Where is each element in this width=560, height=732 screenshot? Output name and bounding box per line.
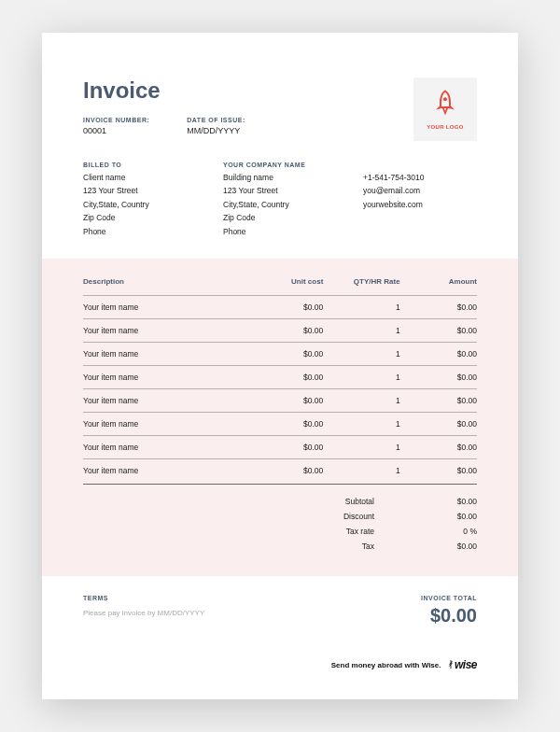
- item-row: Your item name$0.001$0.00: [83, 412, 477, 435]
- brand-logo: ᚯwise: [448, 658, 477, 671]
- total-label: Discount: [83, 512, 430, 521]
- cell-qty: 1: [323, 466, 399, 475]
- terms-block: TERMS Please pay invoice by MM/DD/YYYY: [83, 595, 204, 617]
- invoice-number-value: 00001: [83, 126, 149, 135]
- cell-description: Your item name: [83, 396, 246, 405]
- billed-to-block: BILLED TO Client name123 Your StreetCity…: [83, 162, 186, 238]
- address-line: Zip Code: [83, 211, 186, 224]
- address-line: Phone: [83, 225, 186, 238]
- invoice-total-label: INVOICE TOTAL: [421, 595, 477, 601]
- address-line: Client name: [83, 171, 186, 184]
- cell-qty: 1: [323, 373, 399, 382]
- invoice-number-block: INVOICE NUMBER: 00001: [83, 117, 149, 135]
- items-header: Description Unit cost QTY/HR Rate Amount: [83, 277, 477, 295]
- items-divider: [83, 484, 477, 485]
- issue-date-label: DATE OF ISSUE:: [187, 117, 245, 123]
- cell-qty: 1: [323, 303, 399, 312]
- item-row: Your item name$0.001$0.00: [83, 388, 477, 412]
- item-row: Your item name$0.001$0.00: [83, 458, 477, 482]
- invoice-sheet: Invoice INVOICE NUMBER: 00001 DATE OF IS…: [42, 33, 518, 699]
- cell-amount: $0.00: [400, 349, 477, 359]
- issue-date-value: MM/DD/YYYY: [187, 126, 245, 135]
- cell-unit-cost: $0.00: [246, 326, 323, 335]
- header-left: Invoice INVOICE NUMBER: 00001 DATE OF IS…: [83, 77, 245, 135]
- billed-to-lines: Client name123 Your StreetCity,State, Co…: [83, 171, 186, 238]
- address-line: City,State, Country: [83, 198, 186, 211]
- item-row: Your item name$0.001$0.00: [83, 295, 477, 318]
- cell-qty: 1: [323, 419, 399, 429]
- cell-qty: 1: [323, 326, 399, 335]
- company-block: YOUR COMPANY NAME Building name123 Your …: [223, 162, 326, 238]
- total-row: Tax$0.00: [83, 539, 477, 554]
- cell-description: Your item name: [83, 443, 246, 452]
- billed-to-label: BILLED TO: [83, 162, 186, 168]
- total-row: Subtotal$0.00: [83, 494, 477, 509]
- brand-tagline: Send money abroad with Wise.: [331, 661, 441, 669]
- address-line: 123 Your Street: [83, 184, 186, 197]
- th-unit-cost: Unit cost: [246, 277, 323, 286]
- company-label: YOUR COMPANY NAME: [223, 162, 326, 168]
- cell-description: Your item name: [83, 466, 246, 475]
- totals-block: Subtotal$0.00Discount$0.00Tax rate0 %Tax…: [83, 494, 477, 554]
- cell-unit-cost: $0.00: [246, 349, 323, 359]
- contact-spacer: [363, 162, 477, 168]
- total-value: $0.00: [430, 512, 477, 521]
- cell-amount: $0.00: [400, 443, 477, 452]
- cell-qty: 1: [323, 396, 399, 405]
- contact-lines: +1-541-754-3010you@email.comyourwebsite.…: [363, 171, 477, 211]
- logo-placeholder: YOUR LOGO: [413, 77, 477, 141]
- address-line: Phone: [223, 225, 326, 238]
- total-value: $0.00: [430, 497, 477, 506]
- svg-point-0: [443, 97, 447, 101]
- item-row: Your item name$0.001$0.00: [83, 435, 477, 458]
- item-row: Your item name$0.001$0.00: [83, 365, 477, 388]
- address-line: Building name: [223, 171, 326, 184]
- total-label: Subtotal: [83, 497, 430, 506]
- cell-qty: 1: [323, 349, 399, 359]
- cell-amount: $0.00: [400, 326, 477, 335]
- cell-amount: $0.00: [400, 419, 477, 429]
- cell-amount: $0.00: [400, 303, 477, 312]
- cell-description: Your item name: [83, 303, 246, 312]
- brand-name-text: wise: [455, 658, 477, 671]
- address-line: you@email.com: [363, 184, 477, 197]
- address-line: 123 Your Street: [223, 184, 326, 197]
- brand-row: Send money abroad with Wise. ᚯwise: [83, 658, 477, 671]
- cell-unit-cost: $0.00: [246, 396, 323, 405]
- cell-description: Your item name: [83, 419, 246, 429]
- invoice-number-label: INVOICE NUMBER:: [83, 117, 149, 123]
- item-row: Your item name$0.001$0.00: [83, 318, 477, 342]
- item-row: Your item name$0.001$0.00: [83, 342, 477, 365]
- items-body: Your item name$0.001$0.00Your item name$…: [83, 295, 477, 482]
- total-label: Tax: [83, 542, 430, 551]
- terms-text: Please pay invoice by MM/DD/YYYY: [83, 609, 204, 617]
- cell-amount: $0.00: [400, 466, 477, 475]
- th-qty-rate: QTY/HR Rate: [323, 277, 399, 286]
- invoice-title: Invoice: [83, 77, 245, 104]
- address-line: Zip Code: [223, 211, 326, 224]
- cell-unit-cost: $0.00: [246, 419, 323, 429]
- total-value: $0.00: [430, 542, 477, 551]
- total-label: Tax rate: [83, 527, 430, 536]
- terms-label: TERMS: [83, 595, 204, 601]
- address-line: City,State, Country: [223, 198, 326, 211]
- total-value: 0 %: [430, 527, 477, 536]
- issue-date-block: DATE OF ISSUE: MM/DD/YYYY: [187, 117, 245, 135]
- cell-amount: $0.00: [400, 373, 477, 382]
- invoice-total-value: $0.00: [421, 605, 477, 626]
- th-description: Description: [83, 277, 246, 286]
- invoice-total-block: INVOICE TOTAL $0.00: [421, 595, 477, 626]
- address-line: +1-541-754-3010: [363, 171, 477, 184]
- footer-row: TERMS Please pay invoice by MM/DD/YYYY I…: [83, 595, 477, 626]
- cell-description: Your item name: [83, 349, 246, 359]
- cell-description: Your item name: [83, 326, 246, 335]
- logo-text: YOUR LOGO: [427, 124, 463, 130]
- contact-block: +1-541-754-3010you@email.comyourwebsite.…: [363, 162, 477, 238]
- flag-icon: ᚯ: [448, 659, 454, 669]
- total-row: Discount$0.00: [83, 509, 477, 524]
- total-row: Tax rate0 %: [83, 524, 477, 539]
- cell-unit-cost: $0.00: [246, 443, 323, 452]
- cell-unit-cost: $0.00: [246, 373, 323, 382]
- cell-amount: $0.00: [400, 396, 477, 405]
- cell-qty: 1: [323, 443, 399, 452]
